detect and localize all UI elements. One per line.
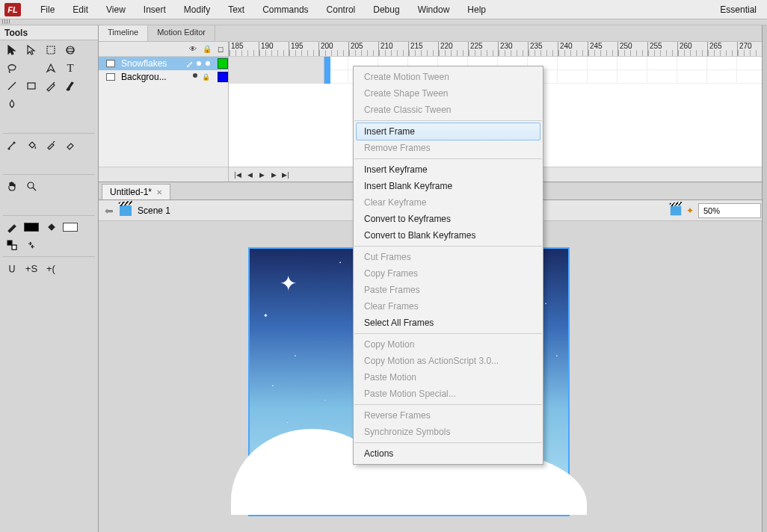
menu-edit[interactable]: Edit xyxy=(64,0,97,19)
layer-icon xyxy=(106,73,115,81)
layer-row-snowflakes[interactable]: Snowflakes xyxy=(99,57,228,70)
layer-name: Snowflakes xyxy=(118,58,183,69)
menu-debug[interactable]: Debug xyxy=(364,0,408,19)
scene-name[interactable]: Scene 1 xyxy=(138,205,170,216)
ruler-tick: 200 xyxy=(318,42,348,56)
context-item-convert-to-blank-keyframes[interactable]: Convert to Blank Keyframes xyxy=(354,227,543,244)
layer-color[interactable] xyxy=(218,72,228,82)
back-arrow-icon[interactable]: ⬅ xyxy=(105,205,114,217)
paint-bucket-tool[interactable] xyxy=(22,137,40,153)
right-panel-strip[interactable] xyxy=(762,25,767,532)
ruler-tick: 195 xyxy=(289,42,318,56)
ruler-tick: 245 xyxy=(588,42,617,56)
context-item-actions[interactable]: Actions xyxy=(354,445,543,462)
svg-point-5 xyxy=(28,182,34,188)
fill-swatch[interactable] xyxy=(61,219,79,235)
ruler-tick: 260 xyxy=(677,42,707,56)
layer-icon xyxy=(106,60,115,67)
menu-commands[interactable]: Commands xyxy=(253,0,317,19)
tools-title: Tools xyxy=(4,28,93,38)
eye-icon[interactable]: 👁 xyxy=(189,45,197,53)
ruler-tick: 190 xyxy=(259,42,289,56)
layers-footer xyxy=(99,167,228,182)
text-tool[interactable]: T xyxy=(61,60,79,76)
stroke-color[interactable] xyxy=(3,219,21,235)
layer-color[interactable] xyxy=(218,58,228,69)
black-white-icon[interactable] xyxy=(3,237,21,253)
tools-panel-header[interactable]: Tools xyxy=(0,25,98,40)
straighten-icon[interactable]: +( xyxy=(42,260,60,276)
context-item-create-shape-tween: Create Shape Tween xyxy=(354,85,543,102)
context-item-insert-blank-keyframe[interactable]: Insert Blank Keyframe xyxy=(354,178,543,194)
pen-tool[interactable] xyxy=(42,60,60,76)
zoom-tool[interactable] xyxy=(22,178,40,194)
svg-rect-0 xyxy=(47,46,55,54)
menu-view[interactable]: View xyxy=(97,0,135,19)
context-item-copy-frames: Copy Frames xyxy=(354,265,543,282)
context-item-select-all-frames[interactable]: Select All Frames xyxy=(354,315,543,331)
workspace-switcher[interactable]: Essential xyxy=(709,4,767,15)
stroke-swatch[interactable] xyxy=(22,219,40,235)
scene-icon xyxy=(120,205,132,216)
context-separator xyxy=(354,158,542,159)
context-item-insert-frame[interactable]: Insert Frame xyxy=(356,123,540,140)
ruler-tick: 230 xyxy=(498,42,528,56)
context-item-synchronize-symbols: Synchronize Symbols xyxy=(354,424,543,440)
menu-help[interactable]: Help xyxy=(458,0,495,19)
context-item-paste-motion: Paste Motion xyxy=(354,369,543,386)
swap-colors-icon[interactable] xyxy=(22,237,40,253)
next-frame-button[interactable]: ▶ xyxy=(269,170,278,179)
ruler-tick: 185 xyxy=(229,42,259,56)
lock-icon[interactable]: 🔒 xyxy=(203,45,212,53)
menu-insert[interactable]: Insert xyxy=(135,0,175,19)
ruler-tick: 215 xyxy=(408,42,438,56)
eyedropper-tool[interactable] xyxy=(42,137,60,153)
menu-text[interactable]: Text xyxy=(219,0,253,19)
outline-icon[interactable]: ◻ xyxy=(218,45,224,53)
context-item-reverse-frames: Reverse Frames xyxy=(354,407,543,424)
deco-tool[interactable] xyxy=(3,96,21,112)
play-button[interactable]: ▶ xyxy=(257,170,266,179)
first-frame-button[interactable]: |◀ xyxy=(233,170,242,179)
3d-rotation-tool[interactable] xyxy=(61,42,79,58)
snap-icon[interactable] xyxy=(3,260,21,276)
selection-tool[interactable] xyxy=(3,42,21,58)
brush-tool[interactable] xyxy=(61,78,79,94)
bone-tool[interactable] xyxy=(3,137,21,153)
lasso-tool[interactable] xyxy=(3,60,21,76)
close-icon[interactable]: ✕ xyxy=(156,188,162,197)
rectangle-tool[interactable] xyxy=(22,78,40,94)
context-item-create-classic-tween: Create Classic Tween xyxy=(354,102,543,118)
zoom-field[interactable]: 50% xyxy=(698,203,761,218)
edit-scene-icon[interactable] xyxy=(671,205,681,215)
smooth-icon[interactable]: +S xyxy=(22,260,40,276)
menu-window[interactable]: Window xyxy=(409,0,459,19)
hand-tool[interactable] xyxy=(3,178,21,194)
eraser-tool[interactable] xyxy=(61,137,79,153)
timeline-tabs: Timeline Motion Editor xyxy=(99,25,767,42)
lock-icon: 🔒 xyxy=(202,73,210,81)
subselection-tool[interactable] xyxy=(22,42,40,58)
context-item-convert-to-keyframes[interactable]: Convert to Keyframes xyxy=(354,211,543,227)
document-tab[interactable]: Untitled-1* ✕ xyxy=(102,184,170,200)
prev-frame-button[interactable]: ◀ xyxy=(245,170,254,179)
layer-name: Backgrou... xyxy=(118,72,190,82)
tool-grid: T +S +( xyxy=(0,40,98,279)
free-transform-tool[interactable] xyxy=(42,42,60,58)
layer-row-background[interactable]: Backgrou... 🔒 xyxy=(99,70,228,84)
context-item-cut-frames: Cut Frames xyxy=(354,249,543,265)
tab-motion-editor[interactable]: Motion Editor xyxy=(148,25,215,41)
menu-modify[interactable]: Modify xyxy=(175,0,219,19)
context-item-insert-keyframe[interactable]: Insert Keyframe xyxy=(354,161,543,178)
tab-timeline[interactable]: Timeline xyxy=(99,25,148,41)
fill-color[interactable] xyxy=(42,219,60,235)
frame-ruler[interactable]: 1851901952002052102152202252302352402452… xyxy=(229,42,767,57)
line-tool[interactable] xyxy=(3,78,21,94)
last-frame-button[interactable]: ▶| xyxy=(281,170,290,179)
ruler-tick: 210 xyxy=(378,42,408,56)
menu-control[interactable]: Control xyxy=(318,0,365,19)
menu-file[interactable]: File xyxy=(31,0,64,19)
document-title: Untitled-1* xyxy=(110,187,152,197)
pencil-tool[interactable] xyxy=(42,78,60,94)
symbol-edit-icon[interactable]: ✦ xyxy=(686,205,694,216)
